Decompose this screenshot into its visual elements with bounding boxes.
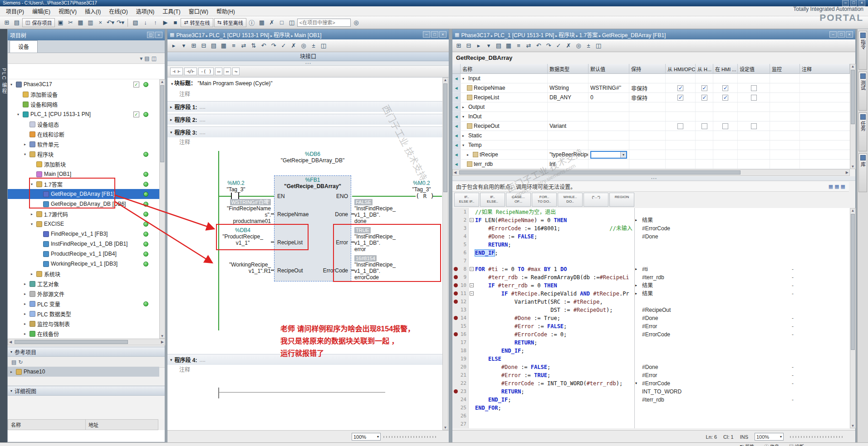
expand-right-icon[interactable]: ▸ [635,265,637,273]
operand-errorcode-value[interactable]: 16#8154 [354,255,377,262]
chevron-right-icon[interactable]: ▸ [24,292,29,296]
checkbox-unchecked[interactable] [722,123,728,129]
window-close-button[interactable]: × [858,0,865,6]
cell-hmi-accessible[interactable] [666,102,696,112]
cell-comment[interactable] [800,83,850,92]
chevron-right-icon[interactable]: ▸ [462,105,467,109]
chevron-down-icon[interactable]: ▾ [10,82,15,87]
table-row[interactable]: ◀▾Temp [452,141,850,150]
breadcrumb-item[interactable]: Main [OB1] [294,32,321,39]
operand-errorcode-l2[interactable]: v1_1_DB". [354,268,380,274]
chevron-down-icon[interactable]: ▾ [620,152,626,158]
editor-tool-icon[interactable]: ⊟ [464,41,473,50]
tree-horizontal-scrollbar[interactable]: ◀ ▶ [8,339,165,345]
save-project-button[interactable]: ◫保存项目 [22,18,55,27]
detail-col-name[interactable]: 名称 [8,419,86,430]
cell-retain[interactable]: 非保持 [629,93,666,102]
operand-recipelist-l2[interactable]: v1_1" [215,240,271,246]
breadcrumb-item[interactable]: 程序块 [274,32,290,39]
tab-devices[interactable]: 设备 [10,40,38,53]
operand-recipenmae-l3[interactable]: productname01 [215,218,271,224]
coil-tag[interactable]: "Tag_3" [403,186,440,193]
cell-datatype[interactable]: Variant [548,121,588,131]
message-bar-icon[interactable]: ▦ [829,184,833,189]
tree-item[interactable]: InstFindRecipe_v1_1_DB [DB1] [8,239,159,249]
new-project-icon[interactable]: ⊞ [2,18,11,27]
task-card-tab[interactable]: 库 [858,153,867,192]
fold-collapse-icon[interactable]: − [470,218,474,222]
compile-icon[interactable]: ▧ [131,18,140,27]
cell-name[interactable]: RecipeList [461,93,548,102]
editor-tool-icon[interactable]: ↶ [259,41,268,50]
cell-datatype[interactable] [548,141,588,150]
cell-name[interactable]: ▸Static [461,131,548,140]
tree-item[interactable]: ▸在线备份 [8,329,159,339]
cell-hmi-writable[interactable] [696,141,713,150]
diagnostics-icon[interactable]: ⓘ [247,18,256,27]
cell-setpoint[interactable] [738,112,770,121]
chevron-right-icon[interactable]: ▸ [462,134,467,138]
cell-hmi-visible[interactable] [713,131,738,140]
upload-icon[interactable]: ↑ [151,18,160,27]
detail-col-address[interactable]: 地址 [86,419,158,430]
cell-datatype[interactable] [548,74,588,83]
menu-item[interactable]: 在线(O) [105,6,132,16]
project-search-input[interactable] [297,19,351,27]
tree-item[interactable]: GetRecipe_DBArray_DB [DB6] [8,199,159,209]
editor-tool-icon[interactable]: ≡ [229,41,238,50]
cell-hmi-visible[interactable] [713,150,738,159]
editor-tool-icon[interactable]: ⊞ [454,41,463,50]
operand-recipeout-l1[interactable]: "WorkingRecipe_ [215,262,271,268]
cell-retain[interactable] [629,102,666,112]
chevron-right-icon[interactable]: ▸ [467,153,471,157]
column-header[interactable]: 从 H... [696,64,713,74]
checkbox-checked[interactable] [722,95,728,101]
cell-default[interactable] [588,74,629,83]
expand-right-icon[interactable]: ▸ [635,216,637,224]
delete-icon[interactable]: × [96,18,105,27]
editor-tool-icon[interactable]: ✗ [564,41,573,50]
cell-name[interactable]: terr_rdb [461,160,548,169]
cell-name[interactable]: RecipeOut [461,121,548,131]
checkbox-unchecked[interactable] [751,123,757,129]
contact-tag[interactable]: "Tag_3" [216,186,255,193]
cell-hmi-visible[interactable] [713,102,738,112]
menu-item[interactable]: 帮助(H) [212,6,239,16]
operand-recipeout-l2[interactable]: v1_1".R1 [215,268,271,274]
zoom-slider[interactable] [383,436,438,438]
cell-setpoint[interactable] [738,83,770,92]
reference-tool-icon[interactable]: ▤ [11,359,16,365]
editor-tool-icon[interactable]: ▾ [179,41,188,50]
column-header[interactable]: 注释 [800,64,850,74]
editor-tool-icon[interactable]: ↷ [269,41,278,50]
breadcrumb-item[interactable]: PLC_1 [CPU 1513-1 PN] [209,32,270,39]
cell-comment[interactable] [800,112,850,121]
column-header[interactable]: 名称 [461,64,548,74]
cell-hmi-accessible[interactable] [666,83,696,92]
cell-retain[interactable] [629,141,666,150]
stop-cpu-icon[interactable]: ■ [171,18,180,27]
cell-name[interactable]: ▸tRecipe [461,150,548,159]
column-header[interactable]: 保持 [629,64,666,74]
tree-item[interactable]: ▸1.7源代码 [8,209,159,219]
default-value-combo[interactable]: ▾ [590,151,627,159]
network-3-comment[interactable]: 注释 [179,139,190,145]
cell-comment[interactable] [800,141,850,150]
table-row[interactable]: ◀▾InOut [452,112,850,121]
cell-hmi-writable[interactable] [696,112,713,121]
tree-item[interactable]: ▾PLC_1 [CPU 1513-1 PN]✓ [8,109,159,119]
chevron-right-icon[interactable]: ▸ [24,332,29,336]
lad-instruction-icon[interactable]: ⊣/⊢ [184,68,197,75]
expand-right-icon[interactable]: ▸ [635,290,637,298]
fold-collapse-icon[interactable]: − [470,291,474,296]
cell-hmi-writable[interactable] [696,102,713,112]
tree-item[interactable]: ▸软件单元 [8,139,159,149]
cell-monitor[interactable] [770,74,800,83]
print-icon[interactable]: ▣ [56,18,65,27]
table-row[interactable]: ◀▸Static [452,131,850,141]
cell-setpoint[interactable] [738,93,770,102]
cell-datatype[interactable]: Int [548,160,588,169]
cell-default[interactable] [588,112,629,121]
operand-done-l1[interactable]: "InstFindRecipe_ [354,205,396,212]
cell-monitor[interactable] [770,131,800,140]
